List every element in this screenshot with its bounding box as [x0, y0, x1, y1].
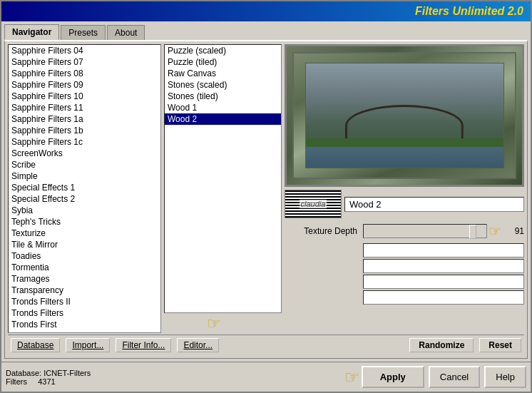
- middle-list-item[interactable]: Stones (tiled): [165, 91, 281, 102]
- status-db: Database: ICNET-Filters: [6, 369, 344, 377]
- apply-cursor-icon: ☞: [344, 367, 360, 387]
- left-list-item[interactable]: Scribe: [9, 159, 160, 170]
- left-list-container: Sapphire Filters 04Sapphire Filters 07Sa…: [8, 44, 161, 333]
- middle-list-item[interactable]: Wood 2: [165, 113, 281, 125]
- title-bar-text: Filters Unlimited 2.0: [415, 5, 523, 18]
- middle-list-item[interactable]: Stones (scaled): [165, 79, 281, 91]
- tab-presets[interactable]: Presets: [61, 25, 106, 40]
- status-filters-label: Filters: [6, 377, 27, 386]
- bridge-scene: [305, 63, 504, 168]
- middle-list-item[interactable]: Puzzle (scaled): [165, 45, 281, 56]
- left-list-inner: Sapphire Filters 04Sapphire Filters 07Sa…: [9, 45, 160, 330]
- status-filters-value: 4371: [38, 377, 55, 386]
- empty-slider-3: [363, 275, 524, 289]
- help-button[interactable]: Help: [484, 366, 526, 388]
- params-section: Texture Depth ☞ 91: [285, 223, 524, 305]
- import-button[interactable]: Import...: [66, 338, 110, 352]
- left-list-item[interactable]: Teph's Tricks: [9, 216, 160, 228]
- left-list-item[interactable]: Texturize: [9, 228, 160, 239]
- left-list-item[interactable]: Sapphire Filters 08: [9, 68, 160, 79]
- empty-param-row-1: [285, 243, 524, 258]
- empty-slider-4: [363, 290, 524, 305]
- claudia-logo-text: claudia: [300, 200, 327, 208]
- preview-inner: [292, 52, 516, 179]
- left-list-item[interactable]: Special Effects 1: [9, 182, 160, 193]
- texture-depth-cursor-icon: ☞: [488, 223, 501, 240]
- middle-list-item[interactable]: Puzzle (tiled): [165, 56, 281, 68]
- empty-slider-1: [363, 243, 524, 257]
- middle-list-item[interactable]: Raw Canvas: [165, 68, 281, 79]
- middle-list[interactable]: Puzzle (scaled)Puzzle (tiled)Raw CanvasS…: [164, 44, 282, 313]
- left-list-item[interactable]: Sapphire Filters 04: [9, 45, 160, 56]
- tab-bar: Navigator Presets About: [1, 21, 531, 40]
- left-list-item[interactable]: Sapphire Filters 1a: [9, 113, 160, 125]
- left-list-item[interactable]: Tronds First: [9, 319, 160, 330]
- database-button[interactable]: Database: [11, 338, 60, 352]
- left-list[interactable]: Sapphire Filters 04Sapphire Filters 07Sa…: [8, 44, 161, 333]
- title-bar: Filters Unlimited 2.0: [1, 1, 531, 21]
- left-list-item[interactable]: Special Effects 2: [9, 193, 160, 205]
- preview-image: [285, 44, 524, 187]
- left-list-item[interactable]: Sapphire Filters 07: [9, 56, 160, 68]
- main-window: Filters Unlimited 2.0 Navigator Presets …: [0, 0, 532, 393]
- status-filters: Filters 4371: [6, 377, 344, 386]
- param-slider-texture-depth[interactable]: [363, 224, 487, 238]
- right-preview: claudia Wood 2 Texture Depth ☞ 91: [285, 44, 524, 333]
- empty-param-row-2: [285, 258, 524, 274]
- apply-button[interactable]: Apply: [362, 366, 424, 388]
- reset-button[interactable]: Reset: [479, 338, 521, 352]
- left-list-item[interactable]: Toadies: [9, 250, 160, 262]
- left-list-item[interactable]: Tile & Mirror: [9, 239, 160, 250]
- main-content: Sapphire Filters 04Sapphire Filters 07Sa…: [4, 40, 528, 359]
- left-list-item[interactable]: Sapphire Filters 1b: [9, 125, 160, 136]
- param-value-texture-depth: 91: [503, 226, 524, 236]
- param-label-texture-depth: Texture Depth: [285, 226, 363, 236]
- left-list-item[interactable]: Sapphire Filters 1c: [9, 136, 160, 148]
- empty-param-row-3: [285, 274, 524, 290]
- left-list-item[interactable]: Tramages: [9, 273, 160, 285]
- claudia-logo: claudia: [285, 190, 342, 218]
- left-list-item[interactable]: Sapphire Filters 10: [9, 91, 160, 102]
- status-bar: Database: ICNET-Filters Filters 4371 ☞ A…: [1, 362, 531, 392]
- water-element: [306, 147, 503, 168]
- filter-info-button[interactable]: Filter Info...: [116, 338, 171, 352]
- bottom-toolbar: Database Import... Filter Info... Editor…: [8, 335, 524, 355]
- middle-list-item[interactable]: Wood 1: [165, 102, 281, 113]
- left-list-scroll-area: Sapphire Filters 04Sapphire Filters 07Sa…: [8, 44, 161, 333]
- left-list-item[interactable]: Tormentia: [9, 262, 160, 273]
- tab-navigator[interactable]: Navigator: [4, 24, 59, 40]
- arrow-cursor-icon: ☞: [207, 315, 221, 333]
- randomize-button[interactable]: Randomize: [409, 338, 474, 352]
- left-list-item[interactable]: Tronds Filters: [9, 307, 160, 319]
- cancel-button[interactable]: Cancel: [429, 366, 480, 388]
- left-list-item[interactable]: Sapphire Filters 11: [9, 102, 160, 113]
- empty-param-row-4: [285, 290, 524, 305]
- editor-button[interactable]: Editor...: [177, 338, 219, 352]
- slider-thumb-texture-depth[interactable]: [469, 225, 476, 239]
- middle-list-container: Puzzle (scaled)Puzzle (tiled)Raw CanvasS…: [164, 44, 282, 333]
- param-row-texture-depth: Texture Depth ☞ 91: [285, 223, 524, 240]
- filter-name-bar: claudia Wood 2: [285, 190, 524, 218]
- left-list-item[interactable]: Sybia: [9, 205, 160, 216]
- empty-slider-2: [363, 259, 524, 273]
- tab-about[interactable]: About: [107, 25, 145, 40]
- left-list-item[interactable]: Transparency: [9, 285, 160, 296]
- left-list-item[interactable]: Tronds Filters II: [9, 296, 160, 307]
- left-list-item[interactable]: Sapphire Filters 09: [9, 79, 160, 91]
- status-info: Database: ICNET-Filters Filters 4371: [6, 369, 344, 386]
- top-section: Sapphire Filters 04Sapphire Filters 07Sa…: [8, 44, 524, 333]
- status-db-value: ICNET-Filters: [44, 369, 91, 377]
- middle-list-scroll-area: Puzzle (scaled)Puzzle (tiled)Raw CanvasS…: [164, 44, 282, 313]
- filter-name-display: Wood 2: [344, 197, 524, 212]
- middle-arrow-hint: ☞: [164, 315, 282, 333]
- status-db-label: Database:: [6, 369, 41, 377]
- left-list-item[interactable]: ScreenWorks: [9, 148, 160, 159]
- left-list-item[interactable]: Simple: [9, 170, 160, 182]
